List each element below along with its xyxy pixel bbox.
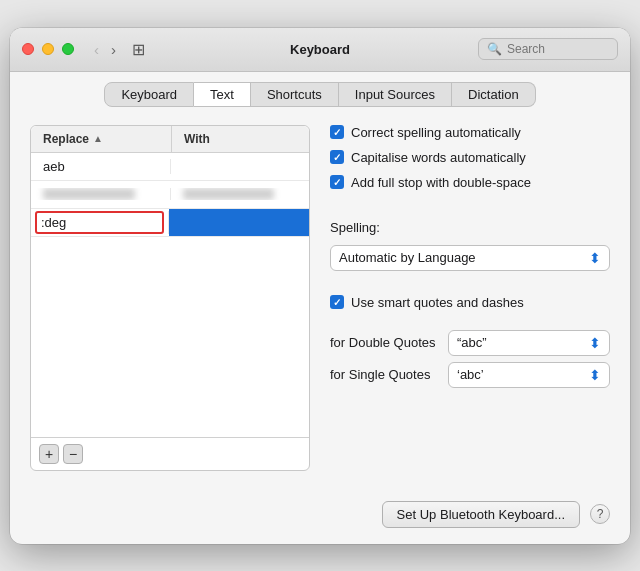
with-input-cell[interactable] [169,209,309,236]
nav-arrows: ‹ › [90,39,120,60]
table-empty [31,237,309,437]
double-quotes-label: for Double Quotes [330,335,440,350]
window: ‹ › ⊞ Keyboard 🔍 Keyboard Text Shortcuts… [10,28,630,544]
tab-dictation[interactable]: Dictation [452,82,536,107]
col-replace-header: Replace ▲ [31,126,171,152]
single-quotes-row: for Single Quotes ‘abc’ ⬍ [330,362,610,388]
double-quotes-arrow-icon: ⬍ [589,335,601,351]
single-quotes-value: ‘abc’ [457,367,484,382]
double-quotes-row: for Double Quotes “abc” ⬍ [330,330,610,356]
sort-indicator: ▲ [93,133,103,144]
forward-button[interactable]: › [107,39,120,60]
traffic-lights [22,43,74,55]
help-button[interactable]: ? [590,504,610,524]
blurred-with [183,188,274,200]
close-button[interactable] [22,43,34,55]
smart-quotes-checkbox[interactable] [330,295,344,309]
single-quotes-label: for Single Quotes [330,367,440,382]
remove-button[interactable]: − [63,444,83,464]
table-footer: + − [31,437,309,470]
add-button[interactable]: + [39,444,59,464]
tab-input-sources[interactable]: Input Sources [339,82,452,107]
quotes-section: for Double Quotes “abc” ⬍ for Single Quo… [330,324,610,388]
blurred-replace [43,188,135,200]
correct-spelling-row: Correct spelling automatically [330,125,610,140]
replace-table: Replace ▲ With aeb [30,125,310,471]
capitalise-words-label: Capitalise words automatically [351,150,526,165]
spelling-value: Automatic by Language [339,250,476,265]
table-row[interactable]: aeb [31,153,309,181]
correct-spelling-checkbox[interactable] [330,125,344,139]
tab-text[interactable]: Text [194,82,251,107]
col-with-header: With [171,126,309,152]
tab-keyboard[interactable]: Keyboard [104,82,194,107]
search-icon: 🔍 [487,42,502,56]
add-full-stop-label: Add full stop with double-space [351,175,531,190]
spelling-dropdown[interactable]: Automatic by Language ⬍ [330,245,610,271]
maximize-button[interactable] [62,43,74,55]
bluetooth-keyboard-button[interactable]: Set Up Bluetooth Keyboard... [382,501,580,528]
table-header: Replace ▲ With [31,126,309,153]
smart-quotes-label: Use smart quotes and dashes [351,295,524,310]
replace-input-cell[interactable] [31,211,169,234]
options-panel: Correct spelling automatically Capitalis… [310,125,610,471]
window-title: Keyboard [290,42,350,57]
tabs-bar: Keyboard Text Shortcuts Input Sources Di… [10,72,630,115]
tab-shortcuts[interactable]: Shortcuts [251,82,339,107]
search-box[interactable]: 🔍 [478,38,618,60]
table-row[interactable] [31,181,309,209]
grid-icon: ⊞ [132,40,145,59]
table-body: aeb [31,153,309,237]
correct-spelling-label: Correct spelling automatically [351,125,521,140]
add-full-stop-checkbox[interactable] [330,175,344,189]
single-quotes-arrow-icon: ⬍ [589,367,601,383]
smart-quotes-row: Use smart quotes and dashes [330,295,610,310]
double-quotes-value: “abc” [457,335,487,350]
capitalise-words-checkbox[interactable] [330,150,344,164]
content: Replace ▲ With aeb [10,115,630,491]
replace-input[interactable] [35,211,164,234]
table-row-editing[interactable] [31,209,309,237]
minimize-button[interactable] [42,43,54,55]
capitalise-words-row: Capitalise words automatically [330,150,610,165]
cell-replace [31,188,171,200]
dropdown-arrow-icon: ⬍ [589,250,601,266]
back-button[interactable]: ‹ [90,39,103,60]
search-input[interactable] [507,42,609,56]
double-quotes-dropdown[interactable]: “abc” ⬍ [448,330,610,356]
add-full-stop-row: Add full stop with double-space [330,175,610,190]
bottom-bar: Set Up Bluetooth Keyboard... ? [10,491,630,544]
single-quotes-dropdown[interactable]: ‘abc’ ⬍ [448,362,610,388]
cell-replace: aeb [31,159,171,174]
spelling-label: Spelling: [330,220,610,235]
cell-with [171,188,309,200]
titlebar: ‹ › ⊞ Keyboard 🔍 [10,28,630,72]
